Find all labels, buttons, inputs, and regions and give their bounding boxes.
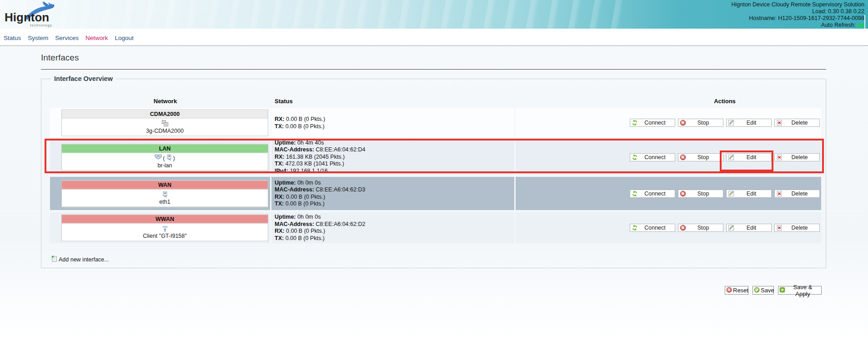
edit-button-cdma2000[interactable]: Edit — [726, 119, 772, 127]
system-info: Hignton Device Cloudy Remote Supervisory… — [731, 1, 864, 29]
nav-logout[interactable]: Logout — [115, 35, 134, 41]
status-line: Uptime: 0h 0m 0s — [275, 180, 365, 187]
network-title: WAN — [62, 181, 268, 189]
status-line: Uptime: 0h 4m 40s — [275, 140, 365, 147]
connect-button-wan[interactable]: Connect — [630, 190, 675, 198]
status-line: RX: 0.00 B (0 Pkts.) — [275, 228, 365, 235]
status-line: RX: 161.38 KB (2045 Pkts.) — [275, 154, 365, 161]
ethernet-adapter-icon — [166, 154, 172, 162]
save-apply-button[interactable]: Save & Apply — [778, 286, 822, 295]
refresh-icon — [632, 191, 638, 197]
stop-button-wwan[interactable]: Stop — [678, 224, 723, 232]
ethernet-adapter-icon — [62, 190, 268, 198]
save-apply-icon — [779, 287, 785, 294]
banner-divider-line — [864, 15, 865, 29]
stop-icon — [680, 225, 686, 231]
save-icon — [754, 287, 760, 294]
network-title: WWAN — [62, 215, 268, 224]
nav-network[interactable]: Network — [85, 35, 108, 41]
stop-icon — [680, 120, 686, 126]
nav-services[interactable]: Services — [55, 35, 79, 41]
network-box-wwan: WWAN Client "GT-I9158" — [61, 215, 268, 241]
actions-cell: Connect Stop Edit Delete — [516, 108, 821, 137]
interface-row-wwan: WWAN Client "GT-I9158" Uptime: 0h 0m 0s … — [50, 212, 821, 243]
network-cell: WWAN Client "GT-I9158" — [50, 212, 270, 243]
paren-close: ) — [173, 155, 175, 161]
title-rule — [41, 69, 826, 70]
delete-button-wan[interactable]: Delete — [774, 190, 820, 198]
actions-cell: Connect Stop Edit Delete — [516, 177, 821, 210]
refresh-icon — [632, 225, 638, 231]
column-header-network: Network — [61, 98, 269, 105]
auto-refresh-status: Auto Refresh: on — [731, 22, 864, 29]
connect-button-wwan[interactable]: Connect — [630, 224, 675, 232]
network-cell: LAN ( ) br-lan — [50, 140, 270, 175]
status-line: RX: 0.00 B (0 Pkts.) — [275, 194, 365, 201]
delete-button-wwan[interactable]: Delete — [774, 224, 820, 232]
page-title: Interfaces — [41, 53, 79, 63]
status-line: TX: 0.00 B (0 Pkts.) — [275, 123, 325, 130]
load-average: Load: 0.30 0.38 0.22 — [731, 8, 864, 15]
actions-cell: Connect Stop Edit Delete — [516, 140, 821, 175]
edit-button-wwan[interactable]: Edit — [726, 224, 772, 232]
status-line: MAC-Address: C8:EE:A6:04:62:D2 — [275, 221, 365, 228]
status-cell: Uptime: 0h 4m 40s MAC-Address: C8:EE:A6:… — [271, 140, 514, 175]
status-line: TX: 0.00 B (0 Pkts.) — [275, 201, 365, 208]
network-title: CDMA2000 — [62, 110, 268, 119]
nav-status[interactable]: Status — [4, 35, 21, 41]
stop-button-cdma2000[interactable]: Stop — [678, 119, 723, 127]
banner-rays-decoration — [0, 0, 625, 29]
add-new-interface-link[interactable]: Add new interface... — [51, 255, 109, 264]
delete-button-cdma2000[interactable]: Delete — [774, 119, 820, 127]
interface-name: br-lan — [62, 162, 268, 169]
delete-icon — [776, 154, 783, 160]
reset-button[interactable]: Reset — [725, 286, 748, 295]
brand-subtitle: technology — [30, 23, 52, 27]
network-box-wan: WAN eth1 — [61, 180, 268, 207]
network-cell: CDMA2000 3g-CDMA2000 — [50, 108, 270, 137]
interface-row-lan: LAN ( ) br-lan Uptime: 0h 4m 40s MAC-Add… — [50, 140, 821, 175]
status-cell: Uptime: 0h 0m 0s MAC-Address: C8:EE:A6:0… — [271, 212, 514, 243]
interface-name: 3g-CDMA2000 — [62, 128, 268, 135]
interface-row-cdma2000: CDMA2000 3g-CDMA2000 RX: 0.00 B (0 Pkts.… — [50, 108, 821, 137]
connect-button-lan[interactable]: Connect — [630, 153, 675, 161]
status-cell: RX: 0.00 B (0 Pkts.) TX: 0.00 B (0 Pkts.… — [271, 108, 514, 137]
edit-button-lan[interactable]: Edit — [726, 153, 772, 161]
network-title: LAN — [62, 144, 268, 153]
network-cell: WAN eth1 — [50, 177, 270, 210]
header-banner: Hignton technology Hignton Device Cloudy… — [0, 0, 868, 29]
edit-icon — [728, 225, 734, 231]
edit-icon — [728, 154, 734, 160]
status-line: RX: 0.00 B (0 Pkts.) — [275, 116, 325, 123]
column-header-status: Status — [275, 98, 293, 105]
delete-icon — [776, 191, 783, 197]
bridge-icon — [155, 154, 162, 162]
interface-name: Client "GT-I9158" — [62, 233, 268, 240]
connect-button-cdma2000[interactable]: Connect — [630, 119, 675, 127]
status-line: TX: 0.00 B (0 Pkts.) — [275, 235, 365, 242]
product-title: Hignton Device Cloudy Remote Supervisory… — [731, 1, 864, 8]
paren-open: ( — [163, 155, 165, 161]
modem-3g-icon — [62, 120, 268, 128]
reset-icon — [726, 287, 732, 294]
wireless-antenna-icon — [62, 225, 268, 233]
stop-button-wan[interactable]: Stop — [678, 190, 723, 198]
actions-cell: Connect Stop Edit Delete — [516, 212, 821, 243]
column-header-actions: Actions — [630, 98, 820, 105]
stop-button-lan[interactable]: Stop — [678, 153, 723, 161]
interface-name: eth1 — [62, 198, 268, 205]
status-line: Uptime: 0h 0m 0s — [275, 214, 365, 221]
delete-icon — [776, 225, 783, 231]
main-menu: Status System Services Network Logout — [4, 35, 134, 41]
fieldset-legend: Interface Overview — [51, 75, 116, 82]
interface-row-wan: WAN eth1 Uptime: 0h 0m 0s MAC-Address: C… — [50, 177, 821, 210]
delete-button-lan[interactable]: Delete — [774, 153, 820, 161]
stop-icon — [680, 191, 686, 197]
delete-icon — [776, 120, 783, 126]
save-button[interactable]: Save — [753, 286, 774, 295]
add-link-label: Add new interface... — [59, 256, 109, 263]
nav-system[interactable]: System — [28, 35, 48, 41]
edit-button-wan[interactable]: Edit — [726, 190, 772, 198]
form-footer: Reset Save Save & Apply — [725, 286, 822, 295]
refresh-icon — [632, 154, 638, 160]
